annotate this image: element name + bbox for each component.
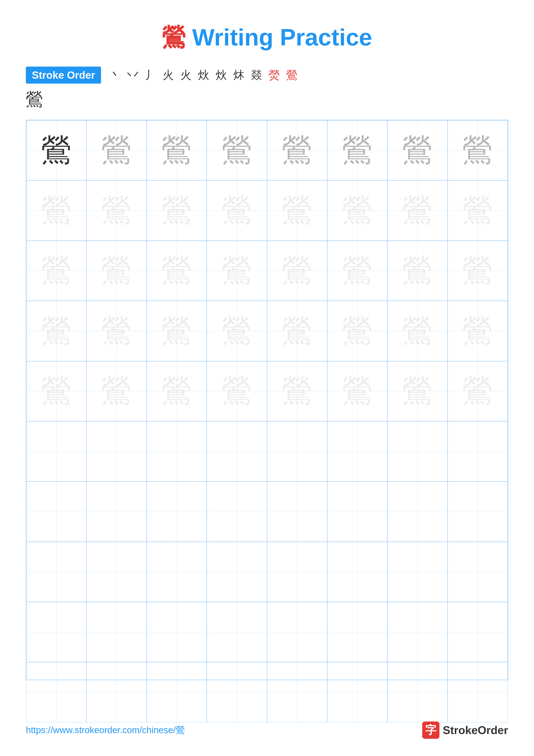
grid-cell[interactable] [26,662,87,722]
grid-cell[interactable] [87,602,146,662]
stroke-order-section: Stroke Order 丶 丷 丿 火 火 炏 炏 炑 燚 熒 鶯 [26,67,508,84]
title-label: Writing Practice [192,24,372,50]
grid-cell[interactable] [447,481,508,542]
stroke-steps: 丶 丷 丿 火 火 炏 炏 炑 燚 熒 鶯 [110,68,297,83]
grid-cell[interactable]: 鶯 [447,241,508,301]
grid-cell[interactable]: 鶯 [267,180,327,240]
grid-cell[interactable] [26,481,87,542]
grid-cell[interactable]: 鶯 [87,241,146,301]
grid-cell[interactable]: 鶯 [447,301,508,361]
grid-cell[interactable]: 鶯 [267,361,327,421]
grid-cell[interactable] [447,542,508,602]
stroke-order-badge: Stroke Order [26,67,101,84]
grid-cell[interactable] [26,542,87,602]
page-title: 鶯 Writing Practice [26,21,508,54]
grid-cell[interactable] [26,602,87,662]
grid-cell[interactable] [147,662,207,722]
grid-cell[interactable] [267,481,327,542]
grid-cell[interactable] [207,481,267,542]
grid-cell[interactable]: 鶯 [327,301,387,361]
grid-cell[interactable] [387,481,447,542]
grid-cell[interactable]: 鶯 [147,120,207,180]
grid-cell[interactable] [327,481,387,542]
title-char: 鶯 [162,24,186,51]
grid-cell[interactable] [207,602,267,662]
grid-cell[interactable] [327,542,387,602]
grid-cell[interactable] [26,421,87,481]
title-section: 鶯 Writing Practice [26,21,508,54]
grid-cell[interactable]: 鶯 [387,120,447,180]
grid-cell[interactable]: 鶯 [147,361,207,421]
grid-cell[interactable]: 鶯 [207,361,267,421]
grid-cell[interactable] [87,662,146,722]
grid-cell[interactable] [327,421,387,481]
grid-cell[interactable] [447,602,508,662]
grid-cell[interactable]: 鶯 [87,361,146,421]
grid-cell[interactable] [87,481,146,542]
grid-cell[interactable]: 鶯 [207,120,267,180]
grid-cell[interactable] [207,421,267,481]
grid-cell[interactable] [387,602,447,662]
grid-cell[interactable]: 鶯 [26,180,87,240]
grid-cell[interactable] [207,662,267,722]
grid-cell[interactable]: 鶯 [26,120,87,180]
grid-cell[interactable]: 鶯 [447,120,508,180]
practice-grid: 鶯 鶯 鶯 鶯 鶯 鶯 鶯 鶯 鶯 鶯 鶯 鶯 鶯 鶯 鶯 鶯 鶯 鶯 鶯 鶯 … [26,120,508,680]
grid-cell[interactable] [267,662,327,722]
grid-cell[interactable] [147,481,207,542]
grid-cell[interactable]: 鶯 [267,241,327,301]
grid-cell[interactable]: 鶯 [387,301,447,361]
grid-cell[interactable]: 鶯 [26,241,87,301]
grid-cell[interactable]: 鶯 [147,301,207,361]
grid-cell[interactable] [147,602,207,662]
grid-cell[interactable] [447,662,508,722]
grid-cell[interactable] [207,542,267,602]
final-char-display: 鶯 [26,88,508,111]
grid-cell[interactable]: 鶯 [267,120,327,180]
footer: https://www.strokeorder.com/chinese/鶯 字 … [26,721,508,739]
grid-cell[interactable] [267,542,327,602]
grid-cell[interactable] [387,421,447,481]
grid-cell[interactable] [147,421,207,481]
footer-logo-icon: 字 [422,721,440,739]
grid-cell[interactable]: 鶯 [387,361,447,421]
page: 鶯 Writing Practice Stroke Order 丶 丷 丿 火 … [0,0,534,756]
footer-logo-text: StrokeOrder [443,724,508,737]
grid-cell[interactable]: 鶯 [327,180,387,240]
grid-cell[interactable]: 鶯 [447,180,508,240]
grid-cell[interactable] [447,421,508,481]
grid-cell[interactable] [327,662,387,722]
grid-cell[interactable] [267,602,327,662]
grid-cell[interactable]: 鶯 [267,301,327,361]
grid-cell[interactable]: 鶯 [87,120,146,180]
grid-cell[interactable] [87,421,146,481]
grid-cell[interactable]: 鶯 [327,241,387,301]
grid-cell[interactable]: 鶯 [207,180,267,240]
grid-cell[interactable]: 鶯 [26,361,87,421]
grid-cell[interactable]: 鶯 [387,180,447,240]
grid-cell[interactable] [87,542,146,602]
footer-logo: 字 StrokeOrder [422,721,508,739]
grid-cell[interactable]: 鶯 [207,301,267,361]
grid-cell[interactable]: 鶯 [327,361,387,421]
footer-url[interactable]: https://www.strokeorder.com/chinese/鶯 [26,724,185,736]
grid-cell[interactable] [327,602,387,662]
grid-cell[interactable] [147,542,207,602]
grid-cell[interactable]: 鶯 [147,241,207,301]
grid-cell[interactable]: 鶯 [327,120,387,180]
grid-cell[interactable]: 鶯 [87,180,146,240]
grid-cell[interactable]: 鶯 [87,301,146,361]
grid-cell[interactable]: 鶯 [26,301,87,361]
grid-cell[interactable] [387,542,447,602]
grid-cell[interactable]: 鶯 [147,180,207,240]
grid-cell[interactable] [267,421,327,481]
grid-cell[interactable] [387,662,447,722]
grid-cell[interactable]: 鶯 [447,361,508,421]
grid-cell[interactable]: 鶯 [207,241,267,301]
grid-cell[interactable]: 鶯 [387,241,447,301]
